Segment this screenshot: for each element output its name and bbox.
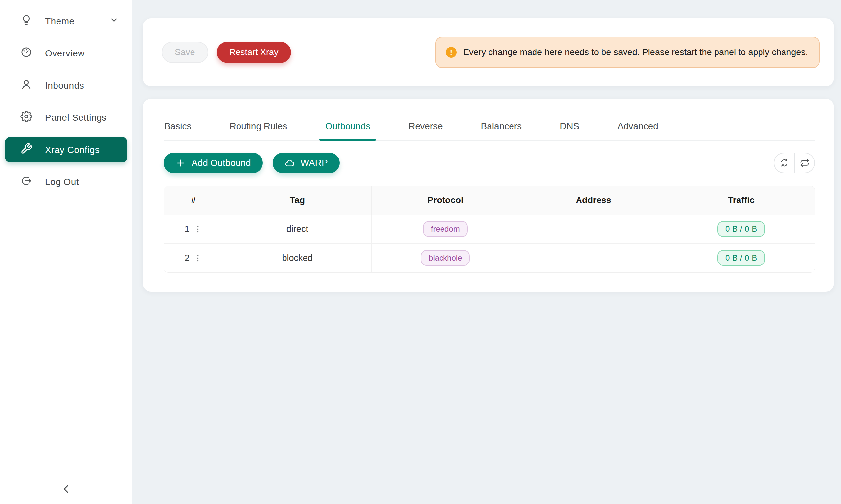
sidebar-item-inbounds[interactable]: Inbounds [5,73,127,98]
row-menu-button[interactable] [193,254,202,263]
sidebar-item-label: Theme [45,16,74,26]
column-header-tag: Tag [223,186,372,215]
table-row: 1 direct freedom 0 B / 0 B [164,215,815,244]
traffic-badge: 0 B / 0 B [718,250,765,266]
protocol-badge: freedom [423,221,468,237]
more-vertical-icon [193,225,202,234]
cloud-icon [285,158,295,168]
row-tag: blocked [223,244,372,272]
gauge-icon [20,46,32,60]
add-outbound-button[interactable]: Add Outbound [164,152,263,173]
protocol-badge: blackhole [421,250,470,266]
column-header-traffic: Traffic [668,186,815,215]
logout-icon [20,175,32,189]
column-header-address: Address [519,186,668,215]
warning-alert-message: Every change made here needs to be saved… [463,45,808,59]
tab-reverse[interactable]: Reverse [408,116,443,140]
plus-icon [175,158,186,168]
wrench-icon [20,143,32,157]
tab-advanced[interactable]: Advanced [617,116,659,140]
restart-xray-button[interactable]: Restart Xray [217,42,291,63]
row-index: 2 [185,253,190,263]
column-header-protocol: Protocol [372,186,519,215]
warning-alert: ! Every change made here needs to be sav… [435,37,820,68]
tab-outbounds[interactable]: Outbounds [325,116,371,140]
sidebar-item-panel-settings[interactable]: Panel Settings [5,105,127,130]
sidebar-item-overview[interactable]: Overview [5,41,127,66]
sidebar-item-label: Xray Configs [45,145,100,155]
warning-icon: ! [446,47,457,58]
chevron-left-icon [61,483,72,496]
lightbulb-icon [20,14,32,28]
toolbar-card: Save Restart Xray ! Every change made he… [142,18,834,86]
sidebar-item-label: Panel Settings [45,112,107,123]
tab-routing-rules[interactable]: Routing Rules [229,116,288,140]
add-outbound-label: Add Outbound [191,158,251,168]
save-button[interactable]: Save [161,42,208,63]
tab-dns[interactable]: DNS [559,116,580,140]
column-header-index: # [164,186,223,215]
sidebar-collapse-button[interactable] [0,483,132,496]
reload-outbounds-button[interactable] [794,153,814,173]
app-root: Theme Overview Inbounds [0,0,841,504]
sidebar-item-label: Overview [45,48,85,59]
row-index: 1 [185,224,190,234]
table-header-row: # Tag Protocol Address Traffic [164,186,815,215]
table-row: 2 blocked blackhole 0 B / 0 B [164,244,815,272]
sidebar-item-label: Inbounds [45,80,84,91]
repeat-icon [800,158,810,168]
config-tabs: Basics Routing Rules Outbounds Reverse B… [164,116,815,141]
person-icon [20,78,32,92]
refresh-icon [779,158,789,168]
warp-button[interactable]: WARP [273,152,340,173]
sidebar-item-label: Log Out [45,177,79,187]
outbounds-table: # Tag Protocol Address Traffic 1 [164,186,815,273]
row-menu-button[interactable] [193,225,202,234]
traffic-badge: 0 B / 0 B [718,221,765,237]
xray-config-card: Basics Routing Rules Outbounds Reverse B… [142,99,834,292]
more-vertical-icon [193,254,202,263]
main-content: Save Restart Xray ! Every change made he… [132,0,841,504]
row-tag: direct [223,215,372,244]
tab-basics[interactable]: Basics [164,116,192,140]
refresh-button[interactable] [774,153,794,173]
table-refresh-group [774,152,815,173]
sidebar-item-theme[interactable]: Theme [5,8,127,34]
row-address [519,244,668,272]
sidebar: Theme Overview Inbounds [0,0,132,504]
warp-label: WARP [301,158,328,168]
row-address [519,215,668,244]
outbounds-actions-row: Add Outbound WARP [164,152,815,173]
chevron-down-icon [109,15,119,27]
tab-balancers[interactable]: Balancers [480,116,523,140]
sidebar-item-xray-configs[interactable]: Xray Configs [5,137,127,162]
sidebar-item-logout[interactable]: Log Out [5,169,127,195]
gear-icon [20,111,32,125]
